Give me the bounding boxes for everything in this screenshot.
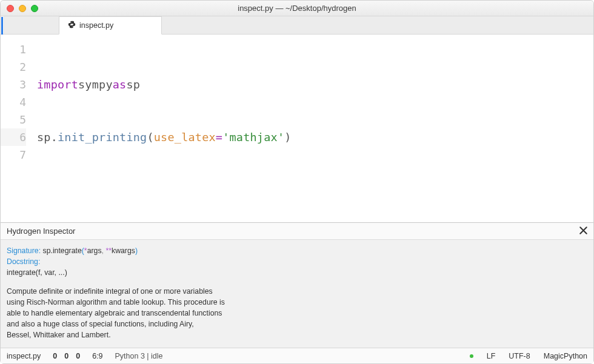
docstring-call: integrate(f, var, ...): [7, 268, 587, 279]
status-indicator-icon: [470, 354, 473, 358]
status-bar: inspect.py 0 0 0 6:9 Python 3 | idle LF …: [1, 348, 593, 363]
code-line[interactable]: sp.init_printing(use_latex='mathjax'): [37, 128, 593, 146]
docstring-text: Bessel, Whittaker and Lambert.: [7, 330, 587, 341]
docstring-label: Docstring:: [7, 257, 587, 268]
panel-close-button[interactable]: [579, 226, 587, 236]
line-number: 1: [1, 41, 26, 58]
hydrogen-inspector-panel: Hydrogen Inspector Signature: sp.integra…: [1, 222, 593, 348]
panel-title: Hydrogen Inspector: [7, 227, 75, 236]
docstring-text: and also a huge class of special functio…: [7, 319, 587, 330]
status-grammar[interactable]: MagicPython: [544, 352, 587, 360]
code-editor[interactable]: 1 2 3 4 5 6 7 import sympy as sp sp.init…: [1, 35, 593, 222]
tab-label: inspect.py: [79, 21, 113, 30]
line-number: 6: [1, 128, 26, 146]
app-window: inspect.py — ~/Desktop/hydrogen inspect.…: [0, 0, 594, 364]
tab-active-indicator: [1, 17, 3, 35]
tab-spacer: [4, 16, 59, 34]
panel-header: Hydrogen Inspector: [1, 223, 593, 240]
status-filename[interactable]: inspect.py: [7, 352, 41, 360]
line-number: 3: [1, 76, 26, 93]
status-diagnostic-counts[interactable]: 0 0 0: [53, 352, 80, 360]
line-number: 2: [1, 58, 26, 76]
status-line-ending[interactable]: LF: [487, 352, 496, 360]
line-number-gutter: 1 2 3 4 5 6 7: [1, 35, 37, 222]
line-number: 4: [1, 93, 26, 111]
line-number: 5: [1, 111, 26, 128]
docstring-text: using Risch-Norman algorithm and table l…: [7, 297, 587, 308]
panel-body: Signature: sp.integrate(*args, **kwargs)…: [1, 240, 593, 348]
window-title: inspect.py — ~/Desktop/hydrogen: [1, 4, 593, 13]
code-line[interactable]: [37, 181, 593, 199]
status-encoding[interactable]: UTF-8: [509, 352, 530, 360]
tab-bar: inspect.py: [1, 16, 593, 35]
status-cursor-position[interactable]: 6:9: [92, 352, 102, 360]
signature-line: Signature: sp.integrate(*args, **kwargs): [7, 246, 587, 257]
status-kernel[interactable]: Python 3 | idle: [115, 352, 163, 360]
tab-inspect-py[interactable]: inspect.py: [59, 16, 162, 35]
titlebar: inspect.py — ~/Desktop/hydrogen: [1, 1, 593, 16]
code-area[interactable]: import sympy as sp sp.init_printing(use_…: [37, 35, 593, 222]
line-number: 7: [1, 146, 26, 164]
docstring-text: able to handle elementary algebraic and …: [7, 308, 587, 319]
docstring-text: Compute definite or indefinite integral …: [7, 286, 587, 297]
code-line[interactable]: import sympy as sp: [37, 76, 593, 93]
python-file-icon: [68, 21, 76, 30]
